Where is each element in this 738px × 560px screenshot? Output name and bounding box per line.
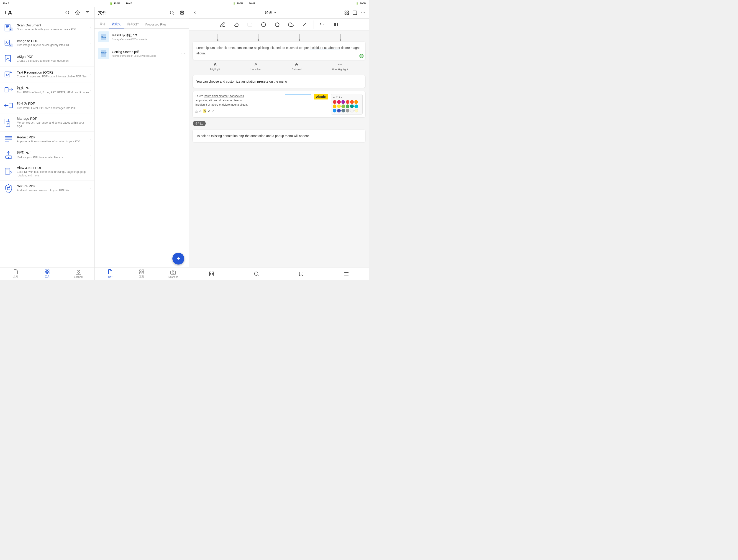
anno-label-strikeout[interactable]: A Strikeout [290, 61, 303, 72]
files-search-button[interactable] [169, 10, 175, 16]
swatch-16[interactable] [350, 109, 354, 112]
files-settings-button[interactable] [179, 10, 185, 16]
tools-header-icons [64, 10, 91, 16]
tool-compress-pdf[interactable]: 压缩 PDF Reduce your PDF to a smaller file… [0, 147, 94, 163]
tool-image-to-pdf[interactable]: P Image to PDF Turn images in your devic… [0, 35, 94, 51]
status-bar-1: 10:48 🔋 100% [0, 0, 123, 7]
underline-pointer [258, 34, 259, 41]
esign-pdf-icon [4, 54, 14, 64]
anno-label-underline[interactable]: A Underline [249, 61, 263, 72]
anno-tool-undo[interactable] [317, 20, 327, 29]
swatch-17[interactable] [354, 109, 358, 112]
swatch-5[interactable] [354, 100, 358, 104]
svg-rect-39 [101, 55, 104, 55]
swatch-6[interactable] [333, 104, 336, 108]
swatch-0[interactable] [333, 100, 336, 104]
preset-tool-1[interactable]: A [196, 109, 198, 113]
anno-tool-menu[interactable] [331, 20, 341, 29]
tools-nav-files[interactable]: 文件 [0, 267, 31, 280]
svg-line-57 [303, 23, 306, 26]
preset-arrow-container: → [285, 94, 311, 94]
anno-label-free-highlight[interactable]: ✏ Free Highlight [330, 61, 349, 72]
tab-all-files[interactable]: 所有文件 [124, 20, 142, 28]
line-icon [302, 22, 307, 27]
swatch-11[interactable] [354, 104, 358, 108]
tool-view-edit-pdf[interactable]: View & Edit PDF Edit PDF with text, comm… [0, 163, 94, 181]
swatch-12[interactable] [333, 109, 336, 112]
file-more-getting-started[interactable]: ⋯ [181, 51, 185, 56]
battery-icon-3: 🔋 [356, 2, 359, 5]
draw-nav-grid[interactable] [189, 267, 234, 280]
file-item-rjshe[interactable]: Xodo RJSHE软件社.pdf /storage/emulated/0/Do… [94, 29, 189, 45]
page-indicator: 5 / 11 [193, 121, 206, 126]
swatch-14[interactable] [341, 109, 345, 112]
anno-tool-eraser[interactable] [231, 20, 241, 29]
tools-search-button[interactable] [64, 10, 71, 16]
tool-scan-document[interactable]: Scan Document Scan documents with your c… [0, 20, 94, 35]
annotation-demo-section: Lorem ipsum dolor sit amet, consectetur … [193, 34, 365, 72]
tool-ocr[interactable]: TXT Text Recognition (OCR) Convert image… [0, 67, 94, 82]
anno-tool-circle[interactable] [259, 20, 269, 29]
anno-tool-pentagon[interactable] [272, 20, 282, 29]
tool-manage-pdf[interactable]: Manage PDF Merge, extract, rearrange, an… [0, 114, 94, 131]
convert-to-pdf-arrow: › [89, 104, 91, 108]
tool-convert-pdf[interactable]: 转换 PDF Turn PDF into Word, Excel, PPT, P… [0, 82, 94, 98]
swatch-13[interactable] [337, 109, 341, 112]
svg-rect-58 [334, 23, 335, 26]
tools-settings-button[interactable] [74, 10, 81, 16]
anno-tool-rect[interactable] [245, 20, 255, 29]
svg-rect-45 [345, 11, 346, 12]
fab-add-button[interactable]: + [172, 253, 184, 264]
compress-pdf-name: 压缩 PDF [17, 151, 89, 155]
draw-nav-menu[interactable] [324, 267, 369, 280]
tab-recent[interactable]: 最近 [96, 20, 109, 28]
swatch-4[interactable] [350, 100, 354, 104]
draw-nav-search[interactable] [234, 267, 279, 280]
pencil-icon [220, 22, 225, 27]
preset-arrow-line: → [285, 94, 311, 94]
draw-grid-button[interactable] [344, 10, 350, 16]
swatch-9[interactable] [346, 104, 349, 108]
file-item-getting-started[interactable]: Welcome to Xodo Getting Started.pdf /sto… [94, 45, 189, 62]
preset-close[interactable]: ✕ [212, 109, 215, 113]
anno-tool-cloud[interactable] [286, 20, 296, 29]
panel-tools: 工具 [0, 7, 94, 280]
swatch-15[interactable] [346, 109, 349, 112]
files-nav-files[interactable]: 文件 [94, 267, 126, 280]
swatch-3[interactable] [346, 100, 349, 104]
tab-favorites[interactable]: 收藏夹 [109, 20, 124, 28]
swatch-7[interactable] [337, 104, 341, 108]
tool-convert-to-pdf[interactable]: 转换为 PDF Turn Word, Excel, PPT files and … [0, 98, 94, 114]
view-edit-pdf-arrow: › [89, 170, 91, 173]
draw-more-button[interactable] [360, 10, 366, 16]
files-nav-tools[interactable]: 工具 [126, 267, 157, 280]
tab-processed-files[interactable]: Processed Files [142, 21, 169, 28]
anno-tool-pencil[interactable] [218, 20, 228, 29]
swatch-1[interactable] [337, 100, 341, 104]
tools-nav-scanner[interactable]: Scanner [63, 267, 94, 280]
preset-tool-4[interactable]: A [208, 109, 210, 113]
svg-rect-38 [101, 54, 106, 54]
swatch-8[interactable] [341, 104, 345, 108]
tools-list: Scan Document Scan documents with your c… [0, 19, 94, 267]
rect-icon [247, 22, 253, 27]
preset-tool-2[interactable]: A [199, 109, 202, 113]
tool-esign-pdf[interactable]: eSign PDF Create a signature and sign yo… [0, 51, 94, 67]
file-more-rjshe[interactable]: ⋯ [181, 34, 185, 39]
draw-nav-bookmark[interactable] [279, 267, 324, 280]
green-circle-marker [359, 54, 364, 58]
tool-secure-pdf[interactable]: Secure PDF Add and remove password to yo… [0, 180, 94, 196]
files-nav-scanner[interactable]: Scanner [157, 267, 189, 280]
swatch-2[interactable] [341, 100, 345, 104]
preset-tool-3[interactable]: A [204, 109, 207, 113]
swatch-10[interactable] [350, 104, 354, 108]
draw-page-button[interactable] [352, 10, 358, 16]
free-highlight-label-text: Free Highlight [332, 68, 348, 71]
anno-label-highlight[interactable]: A Highlight [209, 61, 222, 72]
tools-filter-button[interactable] [84, 10, 91, 16]
tools-nav-tools[interactable]: 工具 [31, 267, 63, 280]
tool-redact-pdf[interactable]: Redact PDF Apply redaction on sensitive … [0, 131, 94, 147]
draw-back-button[interactable] [192, 10, 198, 16]
convert-pdf-arrow: › [89, 88, 91, 92]
anno-tool-line[interactable] [300, 20, 310, 29]
